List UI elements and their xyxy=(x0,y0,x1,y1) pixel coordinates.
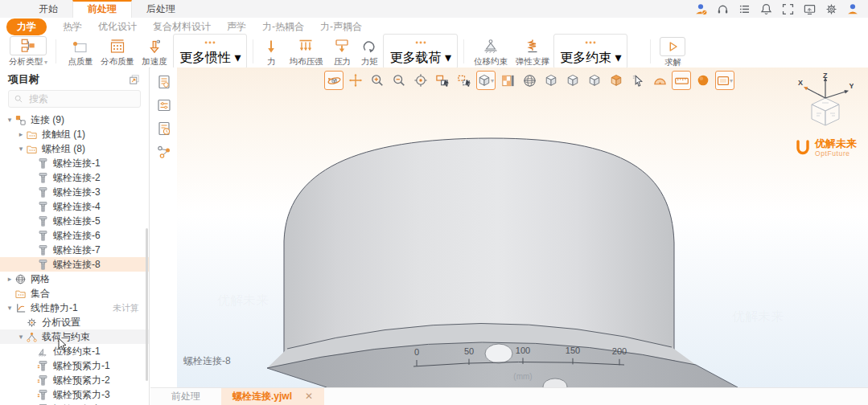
user-icon[interactable] xyxy=(845,2,860,16)
user-edit-icon[interactable] xyxy=(693,2,708,16)
tree-item-analysis-settings[interactable]: 分析设置 xyxy=(0,315,149,329)
tree-item-bolt-connection-4[interactable]: 螺栓连接-4 xyxy=(0,199,149,214)
window-select-icon[interactable] xyxy=(433,71,452,90)
display-mode-icon[interactable]: ▾ xyxy=(715,71,734,90)
headset-icon[interactable] xyxy=(715,2,730,16)
notifications-icon[interactable] xyxy=(759,2,773,16)
axis-x-label: X xyxy=(798,79,803,87)
mode-composite[interactable]: 复合材料设计 xyxy=(153,20,211,34)
tree-item-bolt-connection-6[interactable]: 螺栓连接-6 xyxy=(0,228,149,243)
bottom-tab-preprocess[interactable]: 前处理 xyxy=(150,388,221,405)
tree-item-bolt-connection-3[interactable]: 螺栓连接-3 xyxy=(0,185,149,199)
pan-icon[interactable] xyxy=(346,71,365,90)
panel-settings-icon[interactable] xyxy=(156,97,172,113)
mode-thermal[interactable]: 热学 xyxy=(63,20,82,34)
displacement-constraint-button[interactable]: 位移约束 xyxy=(470,38,512,66)
mode-vibroacoustic[interactable]: 力-声耦合 xyxy=(320,20,362,34)
mode-mechanics[interactable]: 力学 xyxy=(6,18,47,35)
settings-gear-icon[interactable] xyxy=(824,2,838,16)
tree-scrollbar[interactable] xyxy=(146,228,148,381)
analysis-type-button[interactable]: 分析类型 ▾ xyxy=(6,36,50,68)
share-nodes-icon[interactable] xyxy=(156,144,172,160)
mode-thermomechanical[interactable]: 力-热耦合 xyxy=(262,20,304,34)
material-sphere-icon[interactable] xyxy=(693,71,713,90)
fullscreen-icon[interactable] xyxy=(780,2,795,16)
force-button[interactable]: 力 xyxy=(259,38,283,66)
viewport-canvas[interactable]: 0 50 100 150 200 (mm) xyxy=(177,68,868,387)
navigation-cube[interactable]: Z Y X xyxy=(796,72,854,133)
orbit-rotate-icon[interactable] xyxy=(324,71,343,90)
zoom-in-icon[interactable] xyxy=(368,71,387,90)
window-icons xyxy=(693,0,868,18)
mode-optimization[interactable]: 优化设计 xyxy=(98,20,137,34)
caret-down-icon[interactable]: ▾ xyxy=(16,145,26,153)
tree-item-bolt-group[interactable]: ▾螺栓组 (8) xyxy=(0,141,149,156)
more-constraints-dropdown[interactable]: 更多约束 ▾ xyxy=(553,34,627,69)
close-tab-icon[interactable]: ✕ xyxy=(305,388,313,405)
view-cube-corner-icon[interactable] xyxy=(585,71,604,90)
tab-start[interactable]: 开始 xyxy=(24,0,72,18)
tree-item-bolt-preload-2[interactable]: 螺栓预紧力-2 xyxy=(0,373,149,387)
tab-postprocess[interactable]: 后处理 xyxy=(132,0,190,18)
elastic-support-button[interactable]: 弹性支撑 xyxy=(512,38,553,66)
tree-item-bolt-connection-1[interactable]: 螺栓连接-1 xyxy=(0,156,149,170)
report-document-icon[interactable] xyxy=(156,74,172,90)
zoom-fit-icon[interactable] xyxy=(411,71,430,90)
tree-item-sets[interactable]: 集合 xyxy=(0,286,149,301)
search-input[interactable] xyxy=(27,92,135,105)
tree-item-linear-static[interactable]: ▾线性静力-1未计算 xyxy=(0,301,149,315)
tree-item-bolt-connection-7[interactable]: 螺栓连接-7 xyxy=(0,243,149,257)
uniform-pressure-button[interactable]: 均布压强 xyxy=(283,38,328,66)
dock-panel-icon[interactable] xyxy=(128,73,141,86)
caret-down-icon[interactable]: ▾ xyxy=(5,304,14,312)
pressure-button[interactable]: 压力 xyxy=(328,38,356,66)
viewport-3d[interactable]: 优解未来 优解未来 优解未来 0 50 100 xyxy=(177,68,868,387)
caret-down-icon[interactable]: ▾ xyxy=(5,116,14,124)
viewport-toolbar: ▾ ▾ xyxy=(324,71,734,90)
view-cube-front-icon[interactable] xyxy=(541,71,561,90)
section-plane-icon[interactable] xyxy=(498,71,517,90)
angle-measure-icon[interactable] xyxy=(650,71,669,90)
tree-item-mesh[interactable]: ▸网格 xyxy=(0,272,149,286)
ruler-measure-icon[interactable] xyxy=(672,71,691,90)
zoom-out-icon[interactable] xyxy=(389,71,409,90)
window-deselect-icon[interactable] xyxy=(455,71,474,90)
ribbon-separator xyxy=(463,39,464,63)
bottom-tab-model-file[interactable]: 螺栓连接.yjwl ✕ xyxy=(221,388,324,405)
mesh-icon xyxy=(14,273,27,285)
mode-acoustics[interactable]: 声学 xyxy=(227,20,246,34)
mesh-display-icon[interactable] xyxy=(520,71,539,90)
history-document-icon[interactable] xyxy=(156,121,172,137)
tree-item-bolt-preload-4[interactable]: 螺栓预紧力-4 xyxy=(0,402,149,405)
view-cube-shaded-icon[interactable] xyxy=(607,71,626,90)
more-loads-dropdown[interactable]: 更多载荷 ▾ xyxy=(383,34,457,69)
caret-right-icon[interactable]: ▸ xyxy=(16,130,26,138)
bottom-tab-bar: 前处理 螺栓连接.yjwl ✕ xyxy=(150,387,868,405)
tree-item-bolt-connection-5[interactable]: 螺栓连接-5 xyxy=(0,214,149,228)
acceleration-button[interactable]: 加速度 xyxy=(136,38,173,66)
more-dots-icon xyxy=(201,35,219,50)
point-mass-icon xyxy=(72,38,89,55)
solve-button[interactable]: 求解 xyxy=(656,37,689,67)
screen-feedback-icon[interactable] xyxy=(802,2,817,16)
tree-item-bolt-connection-2[interactable]: 螺栓连接-2 xyxy=(0,170,149,185)
tree-item-connections[interactable]: ▾连接 (9) xyxy=(0,112,149,127)
pick-pointer-icon[interactable] xyxy=(628,71,648,90)
moment-button[interactable]: 力矩 xyxy=(356,38,383,66)
tree-item-contact-group[interactable]: ▸接触组 (1) xyxy=(0,127,149,141)
tree-item-loads-constraints[interactable]: ▾载荷与约束 xyxy=(0,329,149,344)
caret-down-icon[interactable]: ▾ xyxy=(16,333,26,341)
more-inertia-dropdown[interactable]: 更多惯性 ▾ xyxy=(173,34,247,69)
tree-item-bolt-preload-1[interactable]: 螺栓预紧力-1 xyxy=(0,358,149,373)
tree-item-bolt-preload-3[interactable]: 螺栓预紧力-3 xyxy=(0,387,149,402)
caret-right-icon[interactable]: ▸ xyxy=(5,275,14,283)
tab-preprocess[interactable]: 前处理 xyxy=(72,0,132,18)
tree-item-bolt-connection-8[interactable]: 螺栓连接-8 xyxy=(0,257,149,272)
task-list-icon[interactable] xyxy=(737,2,751,16)
tree-item-displacement-constraint-1[interactable]: 位移约束-1 xyxy=(0,344,149,358)
distributed-mass-button[interactable]: 分布质量 xyxy=(99,38,136,66)
view-cube-iso-icon[interactable] xyxy=(563,71,582,90)
search-box xyxy=(8,90,141,108)
view-cube-icon[interactable]: ▾ xyxy=(476,71,496,90)
point-mass-button[interactable]: 点质量 xyxy=(62,38,99,66)
